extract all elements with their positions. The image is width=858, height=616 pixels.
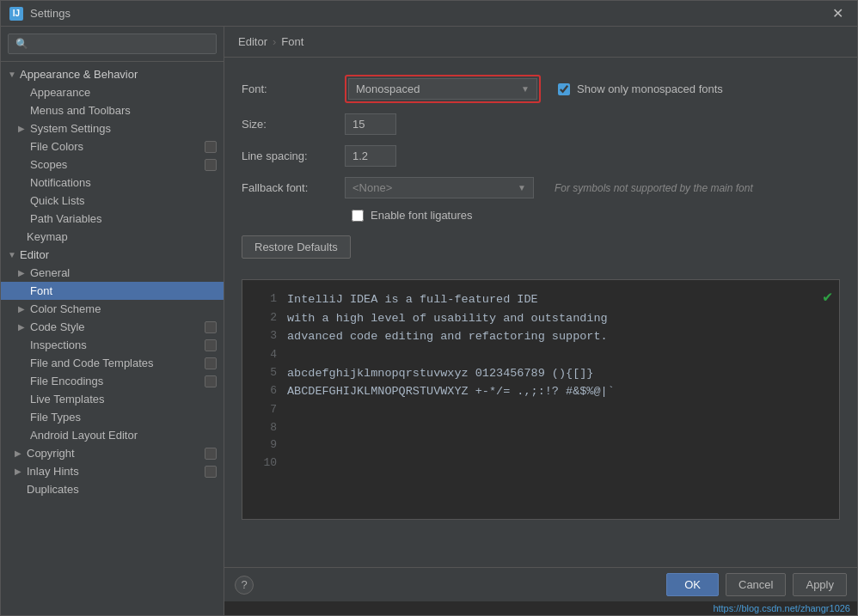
- url-bar: https://blog.csdn.net/zhangr1026: [224, 601, 857, 615]
- sidebar-item-label: Path Variables: [30, 212, 217, 225]
- sidebar-item-general[interactable]: ▶ General: [1, 264, 224, 282]
- badge-icon: [205, 339, 217, 351]
- sidebar-item-appearance[interactable]: Appearance: [1, 83, 224, 101]
- sidebar-item-label: Appearance & Behavior: [20, 68, 217, 81]
- bottom-right: OK Cancel Apply: [666, 573, 847, 596]
- size-input[interactable]: [345, 113, 396, 135]
- sidebar-item-label: Font: [30, 284, 217, 297]
- settings-panel: Font: Monospaced ▼ Sh: [224, 58, 857, 567]
- chevron-down-icon: ▼: [518, 183, 526, 192]
- sidebar-item-label: Duplicates: [27, 483, 217, 496]
- sidebar-item-android-layout[interactable]: Android Layout Editor: [1, 426, 224, 444]
- preview-line-4: 4: [256, 346, 825, 364]
- line-number: 7: [256, 401, 277, 419]
- sidebar-item-scopes[interactable]: Scopes: [1, 156, 224, 174]
- restore-defaults-button[interactable]: Restore Defaults: [242, 235, 351, 259]
- size-row: Size:: [242, 113, 840, 135]
- search-input[interactable]: [8, 34, 217, 54]
- titlebar: IJ Settings ✕: [1, 1, 857, 27]
- sidebar-item-path-variables[interactable]: Path Variables: [1, 210, 224, 228]
- badge-icon: [205, 141, 217, 153]
- sidebar-item-duplicates[interactable]: Duplicates: [1, 480, 224, 498]
- sidebar-item-label: Color Scheme: [30, 302, 217, 315]
- cancel-button[interactable]: Cancel: [726, 573, 786, 596]
- sidebar-item-label: Inspections: [30, 338, 201, 351]
- preview-line-10: 10: [256, 454, 825, 473]
- sidebar-item-live-templates[interactable]: Live Templates: [1, 390, 224, 408]
- sidebar-item-inspections[interactable]: Inspections: [1, 336, 224, 354]
- breadcrumb-separator: ›: [273, 35, 276, 48]
- sidebar-item-appearance-behavior[interactable]: ▼ Appearance & Behavior: [1, 65, 224, 83]
- right-panel: Editor › Font Font: Monospaced ▼: [224, 27, 857, 615]
- sidebar-item-quick-lists[interactable]: Quick Lists: [1, 192, 224, 210]
- fallback-value: <None>: [352, 181, 392, 194]
- sidebar-item-keymap[interactable]: Keymap: [1, 228, 224, 246]
- main-content: ▼ Appearance & Behavior Appearance Menus…: [1, 27, 857, 615]
- preview-lines: 1 IntelliJ IDEA is a full-featured IDE 2…: [256, 290, 825, 473]
- sidebar-item-label: File Encodings: [30, 375, 201, 387]
- ligatures-checkbox[interactable]: [352, 210, 364, 222]
- sidebar-item-file-encodings[interactable]: File Encodings: [1, 372, 224, 390]
- breadcrumb-editor: Editor: [238, 35, 267, 48]
- check-icon: ✔: [823, 287, 832, 306]
- chevron-down-icon: ▼: [521, 84, 530, 94]
- collapse-arrow: ▶: [18, 304, 30, 314]
- fallback-dropdown-container: <None> ▼: [345, 177, 534, 198]
- close-button[interactable]: ✕: [827, 3, 849, 23]
- collapse-arrow: ▶: [15, 467, 27, 476]
- sidebar-item-label: Scopes: [30, 158, 201, 171]
- sidebar-item-label: Keymap: [27, 230, 217, 243]
- show-monospaced-checkbox[interactable]: [558, 83, 570, 95]
- sidebar-item-notifications[interactable]: Notifications: [1, 174, 224, 192]
- preview-line-1: 1 IntelliJ IDEA is a full-featured IDE: [256, 290, 825, 309]
- collapse-arrow: ▶: [18, 124, 30, 133]
- ligatures-row: Enable font ligatures: [242, 209, 840, 222]
- sidebar-item-file-types[interactable]: File Types: [1, 408, 224, 426]
- sidebar-item-code-style[interactable]: ▶ Code Style: [1, 318, 224, 336]
- code-text: abcdefghijklmnopqrstuvwxyz 0123456789 ()…: [287, 364, 593, 383]
- sidebar-item-inlay-hints[interactable]: ▶ Inlay Hints: [1, 462, 224, 480]
- sidebar-item-color-scheme[interactable]: ▶ Color Scheme: [1, 300, 224, 318]
- restore-row: Restore Defaults: [242, 232, 840, 269]
- line-spacing-input[interactable]: [345, 145, 396, 167]
- preview-line-2: 2 with a high level of usability and out…: [256, 309, 825, 328]
- sidebar-item-file-code-templates[interactable]: File and Code Templates: [1, 354, 224, 372]
- line-number: 8: [256, 419, 277, 437]
- preview-area: ✔ 1 IntelliJ IDEA is a full-featured IDE…: [242, 279, 840, 520]
- sidebar-item-label: Live Templates: [30, 393, 217, 406]
- badge-icon: [205, 357, 217, 369]
- sidebar-item-label: Quick Lists: [30, 194, 217, 207]
- monospaced-checkbox-row: Show only monospaced fonts: [558, 82, 723, 95]
- fallback-dropdown[interactable]: <None> ▼: [345, 177, 534, 198]
- badge-icon: [205, 375, 217, 387]
- ok-button[interactable]: OK: [666, 573, 719, 596]
- breadcrumb-font: Font: [281, 35, 303, 48]
- sidebar-item-copyright[interactable]: ▶ Copyright: [1, 444, 224, 462]
- badge-icon: [205, 448, 217, 460]
- sidebar-item-font[interactable]: Font: [1, 282, 224, 300]
- sidebar-item-label: System Settings: [30, 122, 217, 135]
- sidebar-item-editor[interactable]: ▼ Editor: [1, 246, 224, 264]
- sidebar-item-label: File and Code Templates: [30, 357, 201, 369]
- line-spacing-row: Line spacing:: [242, 145, 840, 167]
- app-icon: IJ: [9, 7, 23, 21]
- font-dropdown[interactable]: Monospaced ▼: [348, 78, 537, 100]
- preview-line-3: 3 advanced code editing and refactoring …: [256, 327, 825, 346]
- line-number: 5: [256, 364, 277, 383]
- sidebar: ▼ Appearance & Behavior Appearance Menus…: [1, 27, 224, 615]
- sidebar-item-system-settings[interactable]: ▶ System Settings: [1, 119, 224, 137]
- fallback-row: Fallback font: <None> ▼ For symbols not …: [242, 177, 840, 198]
- bottom-bar: ? OK Cancel Apply: [224, 567, 857, 601]
- preview-line-8: 8: [256, 419, 825, 437]
- breadcrumb: Editor › Font: [224, 27, 857, 58]
- window-title: Settings: [30, 7, 827, 20]
- sidebar-item-file-colors[interactable]: File Colors: [1, 137, 224, 156]
- sidebar-item-menus-toolbars[interactable]: Menus and Toolbars: [1, 101, 224, 119]
- fallback-label: Fallback font:: [242, 181, 345, 194]
- help-button[interactable]: ?: [235, 576, 254, 595]
- sidebar-item-label: Inlay Hints: [27, 465, 201, 478]
- line-number: 4: [256, 346, 277, 364]
- apply-button[interactable]: Apply: [793, 573, 847, 596]
- ligatures-checkbox-row: Enable font ligatures: [352, 209, 473, 222]
- line-spacing-label: Line spacing:: [242, 149, 345, 162]
